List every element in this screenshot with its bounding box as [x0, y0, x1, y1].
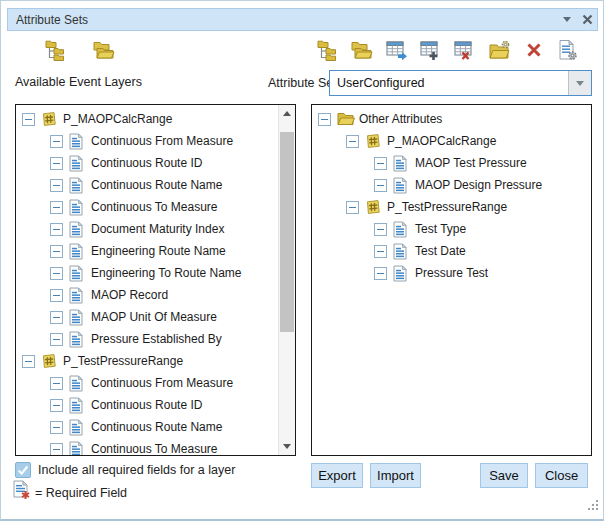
attribute-set-properties-button[interactable] — [555, 37, 581, 63]
event-table-icon — [41, 111, 59, 128]
collapse-box-icon[interactable] — [50, 223, 63, 236]
new-attribute-set-button-2[interactable] — [315, 37, 341, 63]
new-attribute-set-button[interactable] — [43, 37, 69, 63]
import-button[interactable]: Import — [370, 463, 421, 488]
collapse-box-icon[interactable] — [50, 201, 63, 214]
collapse-box-icon[interactable] — [374, 179, 387, 192]
collapse-box-icon[interactable] — [50, 157, 63, 170]
tree-item[interactable]: MAOP Test Pressure — [312, 152, 591, 174]
collapse-box-icon[interactable] — [22, 113, 35, 126]
collapse-panel-button[interactable] — [557, 10, 577, 29]
collapse-box-icon[interactable] — [50, 333, 63, 346]
tree-item-label: Pressure Test — [415, 266, 488, 280]
tree-item-label: Test Date — [415, 244, 466, 258]
collapse-box-icon[interactable] — [50, 267, 63, 280]
tree-item-label: MAOP Design Pressure — [415, 178, 542, 192]
open-attribute-set-button[interactable] — [91, 37, 117, 63]
tree-item[interactable]: Engineering To Route Name — [16, 262, 295, 284]
collapse-box-icon[interactable] — [50, 443, 63, 456]
dropdown-button[interactable] — [568, 71, 591, 95]
resize-grip[interactable] — [587, 497, 599, 515]
tree-item[interactable]: Pressure Test — [312, 262, 591, 284]
tree-item[interactable]: Test Date — [312, 240, 591, 262]
attribute-set-value: UserConfigured — [330, 71, 591, 90]
close-dialog-button[interactable]: Close — [535, 463, 588, 488]
remove-table-icon — [454, 39, 476, 61]
collapse-box-icon[interactable] — [50, 421, 63, 434]
tree-item-label: Document Maturity Index — [91, 222, 224, 236]
window-title: Attribute Sets — [8, 13, 557, 27]
tree-item-label: Engineering To Route Name — [91, 266, 242, 280]
field-icon — [393, 243, 411, 260]
export-button[interactable]: Export — [311, 463, 363, 488]
scroll-down-button[interactable] — [279, 438, 295, 455]
close-button[interactable] — [577, 10, 597, 29]
collapse-box-icon[interactable] — [50, 377, 63, 390]
vertical-scrollbar[interactable] — [278, 105, 295, 455]
chevron-down-icon — [563, 17, 571, 22]
attribute-set-dropdown[interactable]: UserConfigured — [329, 70, 592, 96]
tree-item-label: MAOP Test Pressure — [415, 156, 527, 170]
tree-item[interactable]: Pressure Established By — [16, 328, 295, 350]
tree-item[interactable]: MAOP Record — [16, 284, 295, 306]
collapse-box-icon[interactable] — [374, 157, 387, 170]
tree-item[interactable]: P_TestPressureRange — [312, 196, 591, 218]
tree-item[interactable]: Continuous Route Name — [16, 174, 295, 196]
include-required-fields-checkbox[interactable] — [15, 462, 31, 478]
tree-item[interactable]: P_TestPressureRange — [16, 350, 295, 372]
available-event-layers-label: Available Event Layers — [15, 75, 142, 89]
collapse-box-icon[interactable] — [346, 201, 359, 214]
tree-item[interactable]: Continuous From Measure — [16, 372, 295, 394]
tree-item[interactable]: Continuous Route ID — [16, 152, 295, 174]
collapse-box-icon[interactable] — [50, 245, 63, 258]
collapse-box-icon[interactable] — [50, 399, 63, 412]
collapse-box-icon[interactable] — [374, 245, 387, 258]
tree-item[interactable]: P_MAOPCalcRange — [16, 108, 295, 130]
collapse-box-icon[interactable] — [374, 223, 387, 236]
event-table-icon — [365, 133, 383, 150]
collapse-box-icon[interactable] — [374, 267, 387, 280]
open-folder-button[interactable] — [349, 37, 375, 63]
tree-item-label: Continuous Route ID — [91, 398, 202, 412]
remove-layer-button[interactable] — [452, 37, 478, 63]
tree-item[interactable]: MAOP Design Pressure — [312, 174, 591, 196]
scrollbar-thumb[interactable] — [280, 132, 294, 332]
export-layer-button[interactable] — [384, 37, 410, 63]
tree-item-label: MAOP Record — [91, 288, 168, 302]
collapse-box-icon[interactable] — [22, 355, 35, 368]
new-attribute-set-tree-icon — [45, 39, 67, 61]
tree-item[interactable]: Continuous From Measure — [16, 130, 295, 152]
tree-item-label: Continuous Route Name — [91, 420, 222, 434]
field-icon — [393, 177, 411, 194]
tree-item[interactable]: Engineering Route Name — [16, 240, 295, 262]
save-button[interactable]: Save — [480, 463, 528, 488]
tree-item[interactable]: Document Maturity Index — [16, 218, 295, 240]
document-settings-icon — [558, 39, 578, 61]
field-icon — [393, 155, 411, 172]
tree-item[interactable]: MAOP Unit Of Measure — [16, 306, 295, 328]
tree-item-label: Continuous To Measure — [91, 442, 218, 456]
field-icon — [69, 133, 87, 150]
field-icon — [69, 375, 87, 392]
collapse-box-icon[interactable] — [50, 135, 63, 148]
tree-item[interactable]: Test Type — [312, 218, 591, 240]
tree-item[interactable]: Continuous Route Name — [16, 416, 295, 438]
attribute-set-tree: Other AttributesP_MAOPCalcRangeMAOP Test… — [311, 104, 592, 456]
add-layer-button[interactable] — [418, 37, 444, 63]
manage-attribute-sets-button[interactable] — [487, 37, 513, 63]
collapse-box-icon[interactable] — [318, 113, 331, 126]
scroll-up-button[interactable] — [279, 105, 295, 122]
delete-attribute-set-button[interactable] — [521, 37, 547, 63]
close-icon — [582, 14, 593, 25]
tree-item[interactable]: Continuous To Measure — [16, 196, 295, 218]
collapse-box-icon[interactable] — [50, 289, 63, 302]
checkmark-icon — [16, 463, 30, 477]
field-icon — [69, 243, 87, 260]
tree-item[interactable]: Continuous Route ID — [16, 394, 295, 416]
collapse-box-icon[interactable] — [50, 179, 63, 192]
collapse-box-icon[interactable] — [50, 311, 63, 324]
tree-item[interactable]: Continuous To Measure — [16, 438, 295, 456]
collapse-box-icon[interactable] — [346, 135, 359, 148]
tree-item[interactable]: Other Attributes — [312, 108, 591, 130]
tree-item[interactable]: P_MAOPCalcRange — [312, 130, 591, 152]
